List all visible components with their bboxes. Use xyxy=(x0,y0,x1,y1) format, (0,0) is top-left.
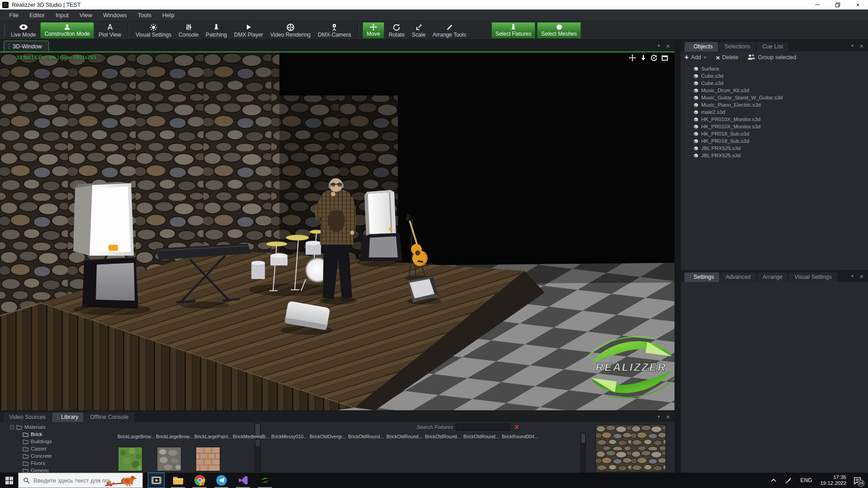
thumb-label[interactable]: BrickOldOvergr... xyxy=(310,434,347,439)
object-item-guitar-stand[interactable]: Music_Guitar_Stand_W_Guitar.s3d xyxy=(681,94,868,101)
delete-object-button[interactable]: Delete xyxy=(722,54,738,61)
object-item-piano[interactable]: Music_Piano_Electric.s3d xyxy=(681,101,868,108)
panel-close-icon[interactable]: × xyxy=(859,42,863,49)
close-button[interactable]: × xyxy=(848,0,868,9)
thumb-label[interactable]: BrickOldRound... xyxy=(387,434,424,439)
pan-icon[interactable] xyxy=(629,54,636,63)
panel-close-icon[interactable]: × xyxy=(666,42,670,49)
thumb-label[interactable]: BrickLargeBrow... xyxy=(156,434,193,439)
taskbar-search-box[interactable] xyxy=(18,473,143,488)
tree-item-brick[interactable]: Brick xyxy=(10,431,118,438)
add-object-button[interactable]: Add xyxy=(691,54,701,61)
tab-arrange[interactable]: Arrange xyxy=(757,272,788,282)
taskbar-app-video-player[interactable] xyxy=(148,473,165,488)
minimize-button[interactable] xyxy=(807,0,827,9)
menu-help[interactable]: Help xyxy=(157,12,180,19)
drop-down-icon[interactable] xyxy=(640,55,646,63)
tab-advanced[interactable]: Advanced xyxy=(720,272,756,282)
select-fixtures-button[interactable]: Select Fixtures xyxy=(491,22,535,38)
tree-scrollbar[interactable] xyxy=(255,423,261,472)
tab-visual-settings[interactable]: Visual Settings xyxy=(789,272,837,282)
tab-cue-list[interactable]: Cue List xyxy=(757,42,788,52)
thumb-label[interactable]: BrickOldRound... xyxy=(425,434,462,439)
thumb-label[interactable]: BrickOldRound... xyxy=(463,434,500,439)
clear-search-icon[interactable]: ✕ xyxy=(512,423,521,431)
add-caret-icon[interactable]: ▼ xyxy=(703,56,707,60)
menu-view[interactable]: View xyxy=(74,12,98,19)
taskbar-clock[interactable]: 17:35 19.12.2022 xyxy=(816,474,850,486)
taskbar-app-visual-studio[interactable] xyxy=(235,473,251,488)
tab-library[interactable]: Library xyxy=(52,413,84,422)
patching-button[interactable]: Patching xyxy=(202,22,231,39)
taskbar-app-file-explorer[interactable] xyxy=(170,473,186,488)
tree-item-buildings[interactable]: Buildings xyxy=(10,438,118,445)
object-item-male2[interactable]: male2.s3d xyxy=(681,108,868,116)
visual-settings-button[interactable]: Visual Settings xyxy=(132,22,175,39)
panel-close-icon[interactable]: × xyxy=(859,273,863,280)
object-item-jbl2[interactable]: JBL PRX525.s3d xyxy=(681,152,868,159)
material-thumbnail-cobble[interactable] xyxy=(157,447,181,471)
tree-item-floors[interactable]: Floors xyxy=(10,460,118,467)
restore-button[interactable] xyxy=(827,0,848,9)
panel-menu-caret-icon[interactable]: ▼ xyxy=(850,44,854,48)
thumb-label[interactable]: BrickMessy010... xyxy=(271,434,308,439)
menu-tools[interactable]: Tools xyxy=(132,12,157,19)
taskbar-app-realizzer[interactable] xyxy=(256,473,273,488)
rotate-tool-button[interactable]: Rotate xyxy=(385,22,408,39)
windows-ink-button[interactable] xyxy=(780,473,796,488)
dmx-camera-button[interactable]: DMX-Camera xyxy=(314,22,354,39)
material-thumbnail-moss[interactable] xyxy=(118,447,142,471)
tree-item-concrete[interactable]: Concrete xyxy=(10,452,118,460)
taskbar-search-input[interactable] xyxy=(33,477,110,484)
menu-windows[interactable]: Windows xyxy=(98,12,132,19)
menu-editor[interactable]: Editor xyxy=(24,12,50,19)
object-item-monitor1[interactable]: HK_PR010X_Monitor.s3d xyxy=(681,116,868,123)
video-rendering-button[interactable]: Video Rendering xyxy=(267,22,314,39)
object-item-drum-kit[interactable]: Music_Drum_Kit.s3d xyxy=(681,87,868,94)
arrange-tools-button[interactable]: Arrange Tools xyxy=(429,22,470,39)
tab-video-sources[interactable]: Video Sources xyxy=(4,413,51,422)
tab-objects[interactable]: Objects xyxy=(684,42,718,52)
move-tool-button[interactable]: Move xyxy=(363,22,384,38)
dmx-player-button[interactable]: DMX Player xyxy=(231,22,267,39)
object-item-surface[interactable]: Surface xyxy=(681,65,868,72)
tab-3d-window[interactable]: 3D-Window xyxy=(4,41,49,52)
language-indicator[interactable]: ENG xyxy=(796,473,816,488)
thumb-label[interactable]: BrickLargeBrow... xyxy=(118,434,155,439)
menu-input[interactable]: Input xyxy=(50,12,74,19)
object-item-sub1[interactable]: HK_PR018_Sub.s3d xyxy=(681,130,868,137)
3d-viewport[interactable]: REALIZZER 32 fps | CPU: 3% | Size: 1491x… xyxy=(0,52,675,410)
taskbar-app-telegram[interactable] xyxy=(213,473,230,488)
panel-menu-caret-icon[interactable]: ▼ xyxy=(657,44,660,48)
live-mode-button[interactable]: Live Mode xyxy=(7,22,39,39)
plot-view-button[interactable]: Plot View xyxy=(95,22,125,39)
maximize-view-icon[interactable] xyxy=(661,55,668,63)
group-selected-button[interactable]: Group selected xyxy=(758,54,796,61)
scale-tool-button[interactable]: Scale xyxy=(408,22,429,39)
console-button[interactable]: Console xyxy=(175,22,202,39)
tab-offline-console[interactable]: Offline Console xyxy=(85,413,134,422)
thumb-label[interactable]: BrickRound004... xyxy=(502,434,539,439)
panel-menu-caret-icon[interactable]: ▼ xyxy=(657,415,660,419)
menu-file[interactable]: File xyxy=(4,12,24,19)
material-thumbnail-brick[interactable] xyxy=(196,447,220,471)
thumb-label[interactable]: BrickLargePaint... xyxy=(194,434,231,439)
tab-settings[interactable]: Settings xyxy=(684,272,719,282)
tree-item-materials[interactable]: − Materials xyxy=(10,423,118,431)
object-item-cube1[interactable]: Cube.s3d xyxy=(681,72,868,80)
fixture-search-input[interactable] xyxy=(456,423,510,431)
object-item-cube2[interactable]: Cube.s3d xyxy=(681,80,868,87)
thumb-label[interactable]: BrickMedievalB... xyxy=(233,434,270,439)
thumbnails-scrollbar[interactable] xyxy=(580,433,586,473)
collapse-toggle[interactable]: − xyxy=(10,425,14,429)
panel-menu-caret-icon[interactable]: ▼ xyxy=(850,274,854,278)
taskbar-app-chrome[interactable] xyxy=(191,473,208,488)
thumb-label[interactable]: BrickOldRound... xyxy=(348,434,385,439)
object-item-sub2[interactable]: HK_PR018_Sub.s3d xyxy=(681,137,868,145)
tab-selections[interactable]: Selections xyxy=(719,42,756,52)
orbit-reset-icon[interactable] xyxy=(651,55,657,63)
start-button[interactable] xyxy=(0,473,18,488)
panel-close-icon[interactable]: × xyxy=(666,413,670,420)
select-meshes-button[interactable]: Select Meshes xyxy=(537,22,581,38)
object-item-jbl1[interactable]: JBL PRX525.s3d xyxy=(681,145,868,152)
